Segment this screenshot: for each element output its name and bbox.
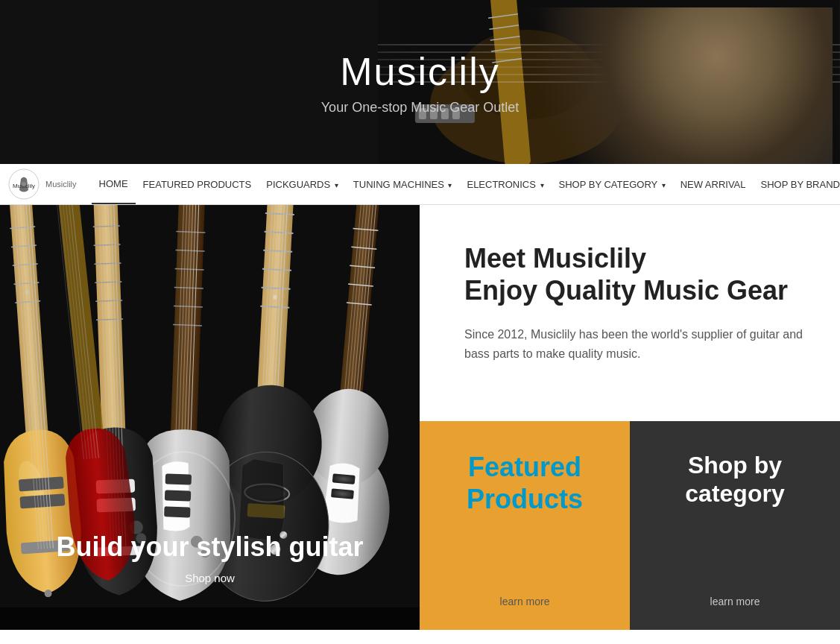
navbar: Musiclily Musiclily HOME FEATURED PRODUC…: [0, 164, 840, 205]
main-content: Build your stylish guitar Shop now Meet …: [0, 205, 840, 630]
nav-item-electronics: ELECTRONICS ▾: [459, 165, 551, 203]
shop-category-panel[interactable]: Shop by category learn more: [630, 421, 840, 630]
pickguards-caret: ▾: [335, 181, 338, 189]
bottom-panels: Featured Products learn more Shop by cat…: [420, 421, 840, 630]
logo-link[interactable]: Musiclily Musiclily: [7, 168, 77, 201]
tuning-caret: ▾: [448, 181, 452, 189]
shop-now-link[interactable]: Shop now: [185, 572, 235, 584]
logo-icon: Musiclily: [7, 168, 41, 201]
hero-title: Musiclily: [321, 49, 519, 94]
hero-subtitle: Your One-stop Music Gear Outlet: [321, 100, 519, 116]
svg-point-9: [689, 13, 707, 31]
shop-cat-caret: ▾: [662, 181, 666, 189]
nav-link-shop-brand[interactable]: SHOP BY BRAND ▾: [754, 165, 840, 203]
nav-item-shop-brand: SHOP BY BRAND ▾: [754, 165, 840, 203]
nav-link-pickguards[interactable]: PICKGUARDS ▾: [259, 165, 346, 203]
shop-category-title: Shop by category: [685, 451, 784, 508]
hero-banner: Musiclily Your One-stop Music Gear Outle…: [0, 0, 840, 164]
nav-item-shop-category: SHOP BY CATEGORY ▾: [552, 165, 673, 203]
meet-section: Meet Musiclily Enjoy Quality Music Gear …: [420, 205, 840, 421]
svg-line-4: [488, 14, 518, 18]
nav-item-new-arrival: NEW ARRIVAL: [673, 165, 754, 203]
meet-description: Since 2012, Musiclily has been the world…: [464, 325, 803, 363]
nav-link-featured[interactable]: FEATURED PRODUCTS: [136, 165, 259, 203]
featured-learn-more[interactable]: learn more: [500, 596, 550, 607]
nav-links: HOME FEATURED PRODUCTS PICKGUARDS ▾ TUNI…: [92, 165, 840, 204]
guitars-panel: Build your stylish guitar Shop now: [0, 205, 420, 630]
nav-item-featured: FEATURED PRODUCTS: [136, 165, 259, 203]
meet-title: Meet Musiclily Enjoy Quality Music Gear: [464, 242, 803, 306]
svg-point-14: [801, 88, 819, 106]
guitar-panel-title: Build your stylish guitar: [0, 531, 420, 563]
shop-category-learn-more[interactable]: learn more: [710, 596, 760, 607]
nav-link-electronics[interactable]: ELECTRONICS ▾: [459, 165, 551, 203]
electronics-caret: ▾: [540, 181, 544, 189]
svg-rect-84: [164, 506, 190, 517]
nav-link-tuning[interactable]: TUNING MACHINES ▾: [346, 165, 460, 203]
svg-rect-131: [0, 607, 420, 630]
right-panels: Meet Musiclily Enjoy Quality Music Gear …: [420, 205, 840, 630]
svg-rect-83: [165, 490, 191, 501]
svg-point-13: [779, 73, 797, 91]
hero-text-block: Musiclily Your One-stop Music Gear Outle…: [321, 49, 519, 116]
nav-item-pickguards: PICKGUARDS ▾: [259, 165, 346, 203]
nav-link-new-arrival[interactable]: NEW ARRIVAL: [673, 165, 754, 203]
svg-line-5: [489, 25, 519, 29]
svg-rect-82: [165, 473, 192, 484]
nav-item-home: HOME: [92, 165, 136, 204]
nav-link-home[interactable]: HOME: [92, 165, 136, 204]
svg-point-28: [22, 182, 26, 186]
svg-point-10: [712, 28, 730, 46]
logo-brand-text: Musiclily: [45, 180, 77, 189]
svg-line-6: [490, 37, 520, 40]
svg-point-12: [757, 58, 774, 76]
featured-title: Featured Products: [467, 451, 583, 515]
svg-point-11: [734, 43, 752, 61]
guitars-overlay-text: Build your stylish guitar Shop now: [0, 531, 420, 585]
featured-products-panel[interactable]: Featured Products learn more: [420, 421, 630, 630]
nav-item-tuning: TUNING MACHINES ▾: [346, 165, 460, 203]
nav-link-shop-category[interactable]: SHOP BY CATEGORY ▾: [552, 165, 673, 203]
